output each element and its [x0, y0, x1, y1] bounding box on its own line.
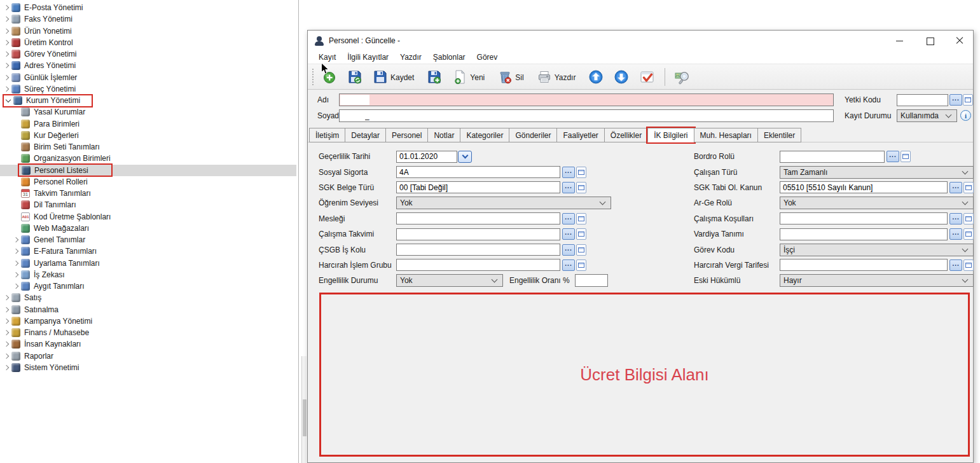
background-scrollbar[interactable] — [301, 356, 307, 463]
chevron-collapsed-icon[interactable] — [12, 236, 20, 244]
tab-notlar[interactable]: Notlar — [427, 128, 460, 142]
tab-muh-hesaplar[interactable]: Muh. Hesapları — [694, 128, 758, 142]
move-up-button[interactable] — [586, 68, 606, 86]
chevron-collapsed-icon[interactable] — [3, 74, 10, 81]
minimize-button[interactable] — [895, 36, 904, 45]
tab-zellikler[interactable]: Özellikler — [604, 128, 648, 142]
chevron-expanded-icon[interactable] — [4, 97, 12, 104]
tree-item-organizasyon-birimleri[interactable]: Organizasyon Birimleri — [0, 153, 296, 164]
tree-item-sistem-y-netimi[interactable]: Sistem Yönetimi — [0, 362, 296, 373]
new-record-button[interactable]: Yeni — [450, 68, 490, 86]
field-engellilik-durumu-select[interactable]: Yok — [396, 274, 503, 287]
tree-item-birim-seti-tan-mlar[interactable]: Birim Seti Tanımları — [0, 141, 296, 153]
save-new-button[interactable] — [424, 68, 445, 86]
chevron-collapsed-icon[interactable] — [3, 27, 10, 35]
tab-g-nderiler[interactable]: Gönderiler — [509, 128, 557, 142]
chevron-collapsed-icon[interactable] — [3, 85, 10, 93]
tab-eklentiler[interactable]: Eklentiler — [757, 128, 801, 142]
field-ge-erlilik-tarihi-input[interactable] — [396, 151, 457, 163]
delete-button[interactable]: Sil — [495, 68, 528, 86]
field-renim-seviyesi-select[interactable]: Yok — [396, 197, 611, 209]
tree-item-kod-retme-ablonlar[interactable]: A01Kod Üretme Şablonları — [0, 211, 296, 223]
tab-personel[interactable]: Personel — [385, 128, 428, 142]
tree-item-g-nl-k-i-lemler[interactable]: Günlük İşlemler — [0, 72, 296, 83]
field-harc-rah-vergi-tarifesi-input[interactable] — [780, 259, 948, 271]
chevron-collapsed-icon[interactable] — [12, 247, 20, 255]
tab-faaliyetler[interactable]: Faaliyetler — [556, 128, 604, 142]
chevron-collapsed-icon[interactable] — [12, 282, 20, 290]
chevron-collapsed-icon[interactable] — [3, 352, 10, 360]
tab-kategoriler[interactable]: Kategoriler — [460, 128, 509, 142]
chevron-collapsed-icon[interactable] — [3, 294, 10, 301]
approve-button[interactable] — [637, 68, 657, 86]
field-sgb-i-kolu-input[interactable] — [396, 244, 560, 256]
field-sosyal-sigorta-input[interactable] — [396, 166, 560, 178]
tree-item-faks-y-netimi[interactable]: Faks Yönetimi — [0, 13, 296, 25]
search-button[interactable] — [672, 68, 692, 86]
field-al-ma-takvimi-input[interactable] — [396, 228, 560, 240]
chevron-collapsed-icon[interactable] — [3, 306, 10, 314]
chevron-collapsed-icon[interactable] — [3, 15, 10, 23]
tree-item-takvim-tan-mlar[interactable]: 31Takvim Tanımları — [0, 188, 296, 199]
tree-item-e-posta-y-netimi[interactable]: E-Posta Yönetimi — [0, 2, 296, 13]
field-bordro-rol-input[interactable] — [780, 151, 885, 163]
keyboard-button[interactable] — [963, 213, 974, 225]
chevron-collapsed-icon[interactable] — [12, 259, 20, 267]
keyboard-button[interactable] — [576, 167, 586, 178]
tree-item-kurum-y-netimi[interactable]: Kurum Yönetimi — [0, 95, 296, 106]
keyboard-button[interactable] — [576, 228, 586, 240]
tree-item-para-birimleri[interactable]: Para Birimleri — [0, 118, 296, 130]
browse-button[interactable]: ... — [949, 228, 962, 240]
browse-button[interactable]: ... — [949, 213, 962, 225]
field-sgk-tabi-ol-kanun-input[interactable] — [780, 181, 948, 193]
tree-item-s-re-y-netimi[interactable]: Süreç Yönetimi — [0, 83, 296, 95]
menu-item-ablonlar[interactable]: Şablonlar — [428, 52, 471, 63]
browse-button[interactable]: ... — [949, 259, 962, 271]
browse-button[interactable]: ... — [562, 182, 575, 193]
tree-item-i-nsan-kaynaklar[interactable]: İnsan Kaynakları — [0, 338, 296, 350]
tree-item-web-ma-azalar[interactable]: Web Mağazaları — [0, 223, 296, 234]
keyboard-button[interactable] — [576, 244, 586, 256]
chevron-collapsed-icon[interactable] — [3, 4, 10, 11]
date-dropdown-button[interactable] — [458, 151, 472, 163]
tree-item-retim-kontrol[interactable]: Üretim Kontrol — [0, 37, 296, 48]
close-button[interactable] — [955, 36, 964, 45]
browse-button[interactable]: ... — [562, 167, 575, 178]
chevron-collapsed-icon[interactable] — [3, 317, 10, 325]
browse-button[interactable]: ... — [887, 151, 899, 162]
save-button[interactable]: Kaydet — [370, 68, 419, 86]
field-harc-rah-i-lem-grubu-input[interactable] — [396, 259, 560, 271]
keyboard-button[interactable] — [576, 182, 586, 193]
field-g-rev-kodu-select[interactable]: İşçi — [780, 244, 974, 256]
yetki-kodu-browse-button[interactable]: ... — [949, 94, 962, 106]
tree-item-raporlar[interactable]: Raporlar — [0, 350, 296, 362]
tree-item-genel-tan-mlar[interactable]: Genel Tanımlar — [0, 234, 296, 245]
toolbar-grip[interactable] — [312, 68, 314, 86]
tree-item-kampanya-y-netimi[interactable]: Kampanya Yönetimi — [0, 315, 296, 327]
yetki-kodu-keyboard-button[interactable] — [963, 94, 973, 106]
tree-item-e-fatura-tan-mlar[interactable]: E-Fatura Tanımları — [0, 245, 296, 257]
keyboard-button[interactable] — [963, 259, 974, 271]
chevron-collapsed-icon[interactable] — [3, 340, 10, 348]
kayit-durumu-select[interactable]: Kullanımda — [897, 109, 957, 122]
maximize-button[interactable] — [925, 36, 934, 45]
tree-item-personel-listesi[interactable]: Personel Listesi — [0, 165, 296, 176]
move-down-button[interactable] — [611, 68, 631, 86]
tree-item-personel-rolleri[interactable]: Personel Rolleri — [0, 176, 296, 188]
field-al-ma-ko-ullar-input[interactable] — [780, 212, 948, 225]
tree-item-ayg-t-tan-mlar[interactable]: Aygıt Tanımları — [0, 280, 296, 292]
keyboard-button[interactable] — [963, 182, 974, 193]
tree-item-kur-de-erleri[interactable]: Kur Değerleri — [0, 130, 296, 141]
keyboard-button[interactable] — [576, 213, 586, 225]
chevron-collapsed-icon[interactable] — [3, 39, 10, 46]
tree-item-adres-y-netimi[interactable]: Adres Yönetimi — [0, 60, 296, 71]
menu-item-kay-t[interactable]: Kayıt — [314, 52, 341, 63]
engellilik-orani-input[interactable] — [575, 274, 608, 287]
print-button[interactable]: Yazdır — [534, 68, 581, 86]
tree-item-sat-nalma[interactable]: Satınalma — [0, 304, 296, 315]
info-icon[interactable]: i — [960, 110, 971, 121]
menu-item-g-rev[interactable]: Görev — [472, 52, 503, 63]
menu-item-yazd-r[interactable]: Yazdır — [395, 52, 427, 63]
chevron-collapsed-icon[interactable] — [3, 50, 10, 58]
browse-button[interactable]: ... — [562, 244, 575, 256]
